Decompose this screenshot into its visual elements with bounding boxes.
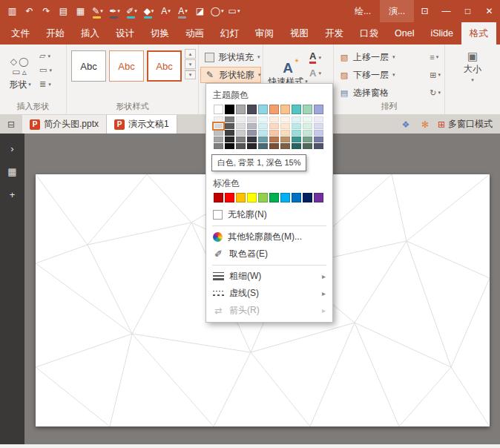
theme-color-swatch[interactable] bbox=[225, 105, 234, 114]
tint-swatch[interactable] bbox=[247, 143, 257, 149]
group-button[interactable]: ⊞▾ bbox=[430, 67, 441, 83]
tint-swatch[interactable] bbox=[303, 130, 312, 136]
tint-swatch[interactable] bbox=[269, 130, 279, 136]
tint-swatch[interactable] bbox=[269, 143, 279, 149]
standard-color-swatch[interactable] bbox=[314, 193, 323, 202]
undo-button[interactable]: ↶ bbox=[21, 1, 38, 22]
pencil-button[interactable]: ✎▾ bbox=[89, 1, 106, 22]
window-layout-icon[interactable]: ⊟ bbox=[0, 115, 22, 134]
ribbon-tab[interactable]: 视图 bbox=[282, 22, 317, 45]
tint-swatch[interactable] bbox=[258, 123, 268, 129]
tint-swatch[interactable] bbox=[269, 136, 279, 142]
ribbon-tab[interactable]: 切换 bbox=[142, 22, 177, 45]
text-outline-button[interactable]: A ▾ bbox=[309, 68, 321, 79]
tint-swatch[interactable] bbox=[225, 136, 234, 142]
tint-swatch[interactable] bbox=[225, 123, 234, 129]
ribbon-tab[interactable]: iSlide bbox=[422, 22, 461, 45]
rotate-button[interactable]: ↻▾ bbox=[430, 85, 441, 101]
expand-panel-button[interactable]: › bbox=[10, 144, 13, 154]
standard-color-swatch[interactable] bbox=[258, 193, 268, 202]
tint-swatch[interactable] bbox=[280, 123, 290, 129]
multi-window-mode-button[interactable]: ⊞ 多窗口模式 bbox=[435, 115, 500, 134]
tint-swatch[interactable] bbox=[247, 116, 257, 122]
standard-color-swatch[interactable] bbox=[236, 193, 246, 202]
tint-swatch[interactable] bbox=[292, 143, 301, 149]
gallery-more-button[interactable]: ▾ bbox=[185, 70, 196, 79]
tint-swatch[interactable] bbox=[280, 143, 290, 149]
standard-color-swatch[interactable] bbox=[247, 193, 257, 202]
settings-gear-icon[interactable]: ✻ bbox=[415, 115, 435, 134]
theme-color-swatch[interactable] bbox=[269, 105, 279, 114]
window-tab[interactable]: 演... bbox=[380, 0, 414, 22]
lasso-select-button[interactable]: ◯▾ bbox=[208, 1, 226, 22]
tint-swatch[interactable] bbox=[236, 116, 246, 122]
tint-swatch[interactable] bbox=[303, 116, 312, 122]
tint-swatch[interactable] bbox=[214, 143, 223, 149]
tint-swatch[interactable] bbox=[314, 116, 323, 122]
tint-swatch[interactable] bbox=[269, 123, 279, 129]
standard-color-swatch[interactable] bbox=[225, 193, 234, 202]
tellme-tab[interactable]: 告诉我… bbox=[496, 22, 500, 45]
plugin-icon[interactable]: ❖ bbox=[396, 115, 415, 134]
tint-swatch-selected[interactable] bbox=[214, 123, 223, 129]
more-outline-colors-menu-item[interactable]: 其他轮廓颜色(M)... bbox=[206, 228, 332, 246]
ribbon-options-button[interactable]: ⊡ bbox=[414, 0, 435, 22]
standard-color-swatch[interactable] bbox=[303, 193, 312, 202]
tint-swatch[interactable] bbox=[236, 143, 246, 149]
highlighter-button[interactable]: ✐▾ bbox=[123, 1, 140, 22]
tint-swatch[interactable] bbox=[292, 116, 301, 122]
add-slide-button[interactable]: + bbox=[10, 190, 16, 200]
theme-color-swatch[interactable] bbox=[236, 105, 246, 114]
minimize-button[interactable]: — bbox=[435, 0, 457, 22]
table-button[interactable]: ▦ bbox=[72, 1, 89, 22]
weight-menu-item[interactable]: 粗细(W)▸ bbox=[206, 268, 332, 285]
shapes-gallery-button[interactable]: ◇◯▭▵ 形状 ▾ bbox=[3, 49, 37, 99]
standard-color-swatch[interactable] bbox=[292, 193, 301, 202]
tint-swatch[interactable] bbox=[269, 116, 279, 122]
theme-color-swatch[interactable] bbox=[258, 105, 268, 114]
document-tab-active[interactable]: P 演示文稿1 bbox=[107, 115, 177, 134]
ribbon-tab[interactable]: 幻灯 bbox=[212, 22, 247, 45]
tint-swatch[interactable] bbox=[225, 116, 234, 122]
ribbon-tab[interactable]: 动画 bbox=[177, 22, 212, 45]
theme-color-swatch[interactable] bbox=[314, 105, 323, 114]
ribbon-tab[interactable]: 审阅 bbox=[247, 22, 282, 45]
font-color-button[interactable]: A▾ bbox=[157, 1, 174, 22]
tint-swatch[interactable] bbox=[247, 123, 257, 129]
redo-button[interactable]: ↷ bbox=[38, 1, 55, 22]
standard-color-swatch[interactable] bbox=[280, 193, 290, 202]
shape-style-item[interactable]: Abc bbox=[147, 50, 182, 82]
ink-color-button[interactable]: ◆▾ bbox=[140, 1, 157, 22]
tint-swatch[interactable] bbox=[236, 123, 246, 129]
text-box-button[interactable]: ▭▾ bbox=[37, 65, 54, 76]
merge-shapes-button[interactable]: ≣▾ bbox=[37, 79, 54, 90]
theme-color-swatch[interactable] bbox=[247, 105, 257, 114]
ribbon-tab[interactable]: 插入 bbox=[73, 22, 108, 45]
tint-swatch[interactable] bbox=[280, 116, 290, 122]
save-button[interactable]: ▥ bbox=[4, 1, 21, 22]
document-tab[interactable]: P 简介头图.pptx bbox=[22, 115, 107, 134]
new-slide-button[interactable]: ▤ bbox=[55, 1, 72, 22]
ribbon-tab[interactable]: 设计 bbox=[108, 22, 142, 45]
theme-color-swatch[interactable] bbox=[214, 105, 223, 114]
tint-swatch[interactable] bbox=[303, 143, 312, 149]
tint-swatch[interactable] bbox=[314, 136, 323, 142]
slide-thumbnail-button[interactable]: ▦ bbox=[7, 167, 16, 177]
theme-color-swatch[interactable] bbox=[303, 105, 312, 114]
shape-outline-button[interactable]: ✎ 形状轮廓 ▾ bbox=[200, 67, 261, 83]
tint-swatch[interactable] bbox=[292, 130, 301, 136]
ribbon-tab[interactable]: 开始 bbox=[38, 22, 73, 45]
dashes-menu-item[interactable]: 虚线(S)▸ bbox=[206, 285, 332, 302]
no-outline-menu-item[interactable]: 无轮廓(N) bbox=[206, 206, 332, 223]
maximize-button[interactable]: □ bbox=[457, 0, 478, 22]
edit-shape-button[interactable]: ▱▾ bbox=[37, 50, 54, 62]
ribbon-tab-active[interactable]: 格式 bbox=[461, 22, 496, 45]
tint-swatch[interactable] bbox=[214, 136, 223, 142]
tint-swatch[interactable] bbox=[280, 130, 290, 136]
tint-swatch[interactable] bbox=[225, 130, 234, 136]
gallery-scroll-down-button[interactable]: ▾ bbox=[185, 59, 196, 69]
close-button[interactable]: ✕ bbox=[478, 0, 500, 22]
tint-swatch[interactable] bbox=[314, 143, 323, 149]
tint-swatch[interactable] bbox=[236, 136, 246, 142]
tint-swatch[interactable] bbox=[314, 130, 323, 136]
